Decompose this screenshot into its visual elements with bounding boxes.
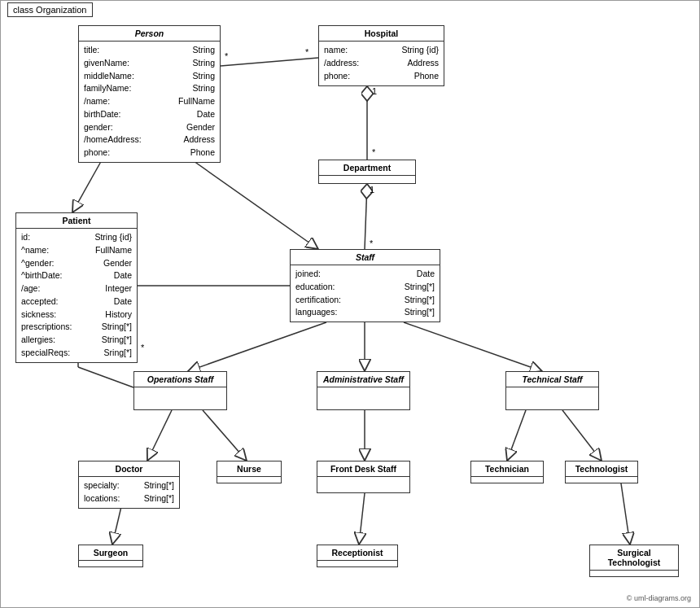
attr-type: Phone [414,70,439,83]
attr-row: ^gender:Gender [21,257,132,270]
class-patient-header: Patient [16,213,137,229]
attr-name: birthDate: [84,108,121,121]
class-front_desk_staff-header: Front Desk Staff [317,461,409,477]
attr-row: education:String[*] [295,281,435,294]
attr-row: phone:Phone [84,147,215,160]
attr-type: String[*] [102,334,132,347]
attr-type: Date [197,108,215,121]
attr-name: familyName: [84,82,131,95]
attr-row: ^birthDate:Date [21,269,132,282]
class-administrative_staff: Administrative Staff [317,371,410,410]
attr-row: gender:Gender [84,121,215,134]
attr-name: ^birthDate: [21,269,62,282]
class-doctor: Doctorspecialty:String[*]locations:Strin… [78,461,180,509]
attr-type: FullName [178,95,215,108]
class-operations_staff-header: Operations Staff [134,372,226,387]
class-hospital-body: name:String {id}/address:Addressphone:Ph… [319,42,444,85]
svg-line-15 [203,410,247,461]
diagram-title: class Organization [7,2,93,17]
class-person: Persontitle:StringgivenName:Stringmiddle… [78,25,221,163]
attr-name: sickness: [21,308,56,321]
attr-name: middleName: [84,70,134,83]
class-doctor-body: specialty:String[*]locations:String[*] [79,477,179,508]
attr-type: Gender [186,121,215,134]
svg-line-6 [365,184,367,249]
svg-text:*: * [141,343,145,352]
attr-row: joined:Date [295,268,435,281]
copyright: © uml-diagrams.org [627,594,691,602]
attr-type: String [193,70,215,83]
attr-row: /address:Address [324,57,439,70]
attr-type: Integer [105,282,132,295]
attr-row: name:String {id} [324,44,439,57]
attr-type: Date [114,295,132,308]
svg-text:*: * [305,47,309,57]
class-technologist-header: Technologist [566,461,637,477]
class-surgical_technologist: Surgical Technologist [589,545,679,577]
attr-row: /homeAddress:Address [84,133,215,147]
attr-name: accepted: [21,295,59,308]
attr-type: FullName [95,244,132,257]
attr-row: birthDate:Date [84,108,215,121]
attr-row: title:String [84,44,215,57]
svg-line-18 [562,410,602,461]
class-technologist: Technologist [565,461,638,483]
attr-type: History [105,308,132,321]
attr-name: certification: [295,294,341,307]
attr-type: String[*] [405,306,435,319]
attr-row: id:String {id} [21,231,132,244]
attr-name: givenName: [84,57,129,70]
attr-row: locations:String[*] [84,492,174,505]
attr-type: String [193,82,215,95]
svg-line-20 [359,493,365,545]
attr-row: ^name:FullName [21,244,132,257]
class-surgeon-header: Surgeon [79,545,142,561]
attr-type: String[*] [144,492,174,505]
attr-type: Address [183,133,215,147]
attr-type: Sring[*] [104,347,132,360]
class-patient: Patientid:String {id}^name:FullName^gend… [15,212,138,363]
svg-line-26 [78,367,133,387]
class-administrative_staff-header: Administrative Staff [317,372,409,387]
svg-text:1: 1 [372,86,377,96]
class-front_desk_staff: Front Desk Staff [317,461,410,493]
class-technical_staff-header: Technical Staff [506,372,598,387]
attr-name: prescriptions: [21,321,72,334]
attr-row: accepted:Date [21,295,132,308]
attr-name: phone: [324,70,350,83]
class-staff-header: Staff [291,250,440,265]
class-department-header: Department [319,160,415,176]
svg-line-17 [507,410,526,461]
class-receptionist: Receptionist [317,545,398,567]
attr-row: /name:FullName [84,95,215,108]
attr-type: String [193,57,215,70]
svg-text:*: * [225,51,229,61]
attr-row: prescriptions:String[*] [21,321,132,334]
attr-name: /name: [84,95,110,108]
attr-name: /age: [21,282,40,295]
attr-name: joined: [295,268,321,281]
attr-row: allergies:String[*] [21,334,132,347]
attr-name: /address: [324,57,359,70]
class-staff-body: joined:Dateeducation:String[*]certificat… [291,265,440,321]
attr-name: ^gender: [21,257,55,270]
attr-name: locations: [84,492,120,505]
class-staff: Staffjoined:Dateeducation:String[*]certi… [290,249,440,322]
attr-type: String[*] [405,281,435,294]
attr-row: phone:Phone [324,70,439,83]
svg-text:1: 1 [370,185,374,195]
attr-name: education: [295,281,335,294]
attr-name: specialReqs: [21,347,70,360]
class-doctor-header: Doctor [79,461,179,477]
attr-row: sickness:History [21,308,132,321]
attr-type: String[*] [144,479,174,492]
svg-text:*: * [372,147,376,157]
attr-name: phone: [84,147,110,160]
attr-row: /age:Integer [21,282,132,295]
attr-type: String {id} [94,231,132,244]
class-surgeon: Surgeon [78,545,143,567]
svg-text:*: * [370,238,374,248]
class-surgical_technologist-header: Surgical Technologist [590,545,678,571]
attr-type: String {id} [401,44,439,57]
attr-row: specialty:String[*] [84,479,174,492]
